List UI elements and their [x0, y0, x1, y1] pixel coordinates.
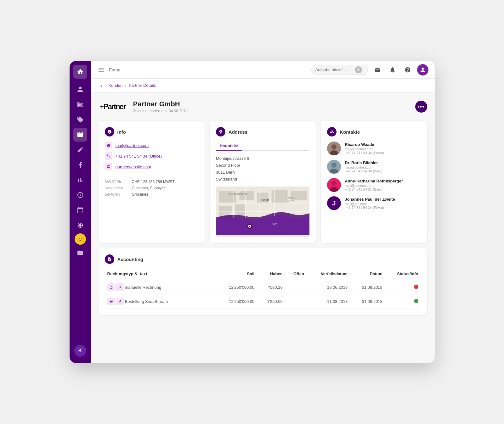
svg-point-28: [331, 144, 337, 149]
col-status: Status/info: [385, 269, 421, 280]
contact-info-1: Ricardo Waade mail@contact.com +41 74 54…: [345, 142, 384, 155]
notifications-btn[interactable]: [387, 64, 398, 75]
contacts-list: Ricardo Waade mail@contact.com +41 74 54…: [327, 142, 421, 215]
status-dot-green: [414, 299, 418, 303]
mwst-value: CHE-123.456.789 MWST: [132, 180, 175, 184]
row2-type: Bestellung SodaStream: [105, 294, 215, 309]
sidebar-item-notification[interactable]: 😊: [75, 233, 86, 245]
contact-avatar-4: J: [327, 196, 341, 210]
accounting-card: Accounting Buchungstyp & -text Soll Habe…: [99, 248, 427, 315]
sidebar-item-documents[interactable]: [73, 128, 87, 142]
contact-name-4: Johannes Paul der Zweite: [345, 197, 395, 202]
row1-icon1: [107, 283, 115, 291]
breadcrumb-details[interactable]: Partner Details: [129, 83, 156, 88]
sidebar-item-time[interactable]: [73, 188, 87, 202]
row2-icon2: [116, 298, 124, 305]
svg-text:Bern: Bern: [261, 198, 269, 202]
info-icon: [105, 127, 114, 137]
website-value[interactable]: partnerwebsite.com: [116, 165, 151, 169]
sidebar-item-tags[interactable]: [73, 113, 87, 126]
menu-icon[interactable]: [97, 67, 105, 73]
row1-icon2: [116, 283, 124, 291]
back-btn[interactable]: ‹: [97, 81, 106, 90]
svg-rect-7: [271, 190, 287, 203]
col-datum: Datum: [350, 269, 385, 280]
breadcrumb-kunden[interactable]: Kunden: [109, 83, 123, 88]
row1-type: manuelle Rechnung: [105, 280, 215, 294]
contact-info-4: Johannes Paul der Zweite mail@jp2.com +4…: [345, 197, 395, 209]
contact-item[interactable]: Dr. Boris Bächler mail@contact.com +41 7…: [327, 160, 419, 174]
contact-item[interactable]: J Johannes Paul der Zweite mail@jp2.com …: [327, 196, 419, 210]
contact-avatar-2: [327, 160, 341, 174]
mwst-label: MWST-Nr.: [105, 180, 130, 184]
search-input[interactable]: [315, 67, 353, 72]
sidebar-item-home[interactable]: [73, 65, 87, 79]
accounting-icon: [105, 254, 114, 264]
contact-avatar-3: [327, 178, 341, 192]
contact-name-2: Dr. Boris Bächler: [345, 160, 382, 165]
address-icon: [216, 127, 225, 137]
help-btn[interactable]: [402, 64, 413, 75]
user-menu-btn[interactable]: [417, 64, 428, 75]
contact-phone-3: +41 74 541 54 34 (Büro): [345, 187, 403, 191]
svg-point-26: [249, 226, 250, 227]
info-card-header: Info: [105, 127, 198, 137]
col-soll: Soll: [215, 269, 257, 280]
svg-point-31: [331, 163, 337, 168]
partner-header: +Partner Partner GmbH Zuletzt geändert a…: [99, 99, 427, 114]
contact-email-2: mail@contact.com: [345, 165, 382, 169]
svg-text:QUART.: QUART.: [287, 199, 296, 202]
kategorien-value: Customer, Supplyer: [132, 186, 165, 190]
sidebar-item-edit[interactable]: [73, 143, 87, 157]
tab-hauptsitz[interactable]: Hauptsitz: [216, 142, 242, 151]
sidebar-item-reports[interactable]: [73, 173, 87, 187]
sektoren-value: Groceries: [132, 192, 148, 197]
topbar: Firma +: [91, 61, 435, 79]
email-icon: [105, 142, 112, 149]
contact-avatar-1: [327, 142, 341, 155]
address-card: Address Hauptsitz Monbijoustrasse 6 Seco…: [210, 121, 316, 243]
sidebar-item-globe[interactable]: [73, 218, 87, 232]
row2-soll: 12'250'000.00: [215, 294, 257, 309]
row2-icons: Bestellung SodaStream: [107, 298, 213, 305]
sidebar-item-companies[interactable]: [73, 98, 87, 111]
row1-datum: 31.08.2018: [350, 280, 385, 294]
contact-email-3: mail@contact.com: [345, 184, 403, 187]
row1-verfallsdatum: 18.06.2018: [307, 280, 350, 294]
sidebar-item-files[interactable]: [73, 246, 87, 260]
sidebar-item-contacts[interactable]: [73, 82, 87, 96]
status-dot-red: [414, 285, 418, 289]
sidebar-item-calendar[interactable]: [73, 203, 87, 217]
row1-haben: 7'580.20: [257, 280, 285, 294]
accounting-title: Accounting: [117, 257, 144, 262]
sidebar: 😊 K: [70, 61, 91, 363]
website-icon: [105, 163, 112, 170]
sidebar-item-book[interactable]: [73, 158, 87, 172]
website-field: partnerwebsite.com: [105, 163, 198, 170]
row2-haben: 1'250.00: [257, 294, 285, 309]
contact-phone-4: +41 74 541 54 34 (Privat): [345, 206, 395, 209]
contact-email-1: mail@contact.com: [345, 147, 384, 151]
contact-info-2: Dr. Boris Bächler mail@contact.com +41 7…: [345, 160, 382, 173]
add-task-btn[interactable]: +: [355, 66, 362, 73]
partner-menu-btn[interactable]: •••: [415, 101, 427, 113]
partner-subtitle: Zuletzt geändert am: 04.06.2018: [133, 109, 409, 113]
sidebar-user-avatar[interactable]: K: [74, 345, 86, 357]
contact-item[interactable]: Ricardo Waade mail@contact.com +41 74 54…: [327, 142, 419, 155]
contact-item[interactable]: Anne-Katharina Röthlisberger mail@contac…: [327, 178, 419, 192]
table-row[interactable]: Bestellung SodaStream 12'250'000.00 1'25…: [105, 294, 421, 309]
email-value[interactable]: mail@partner.com: [116, 143, 149, 148]
contact-phone-2: +41 74 541 54 34 (Büro): [345, 169, 382, 173]
address-tabs: Hauptsitz: [216, 142, 309, 151]
table-row[interactable]: manuelle Rechnung 12'250'000.00 7'580.20…: [105, 280, 421, 294]
cards-row: Info mail@partner.com +41 74 541 54 34 (…: [99, 121, 427, 243]
row2-status: [385, 294, 421, 309]
col-verfallsdatum: Verfallsdatum: [307, 269, 350, 280]
task-search[interactable]: +: [311, 65, 368, 75]
info-divider: [105, 175, 198, 175]
phone-field: +41 74 541 54 34 (Office): [105, 152, 198, 160]
col-haben: Haben: [257, 269, 285, 280]
contact-name-3: Anne-Katharina Röthlisberger: [345, 179, 403, 183]
phone-value[interactable]: +41 74 541 54 34 (Office): [116, 154, 162, 159]
mail-btn[interactable]: [372, 64, 383, 75]
